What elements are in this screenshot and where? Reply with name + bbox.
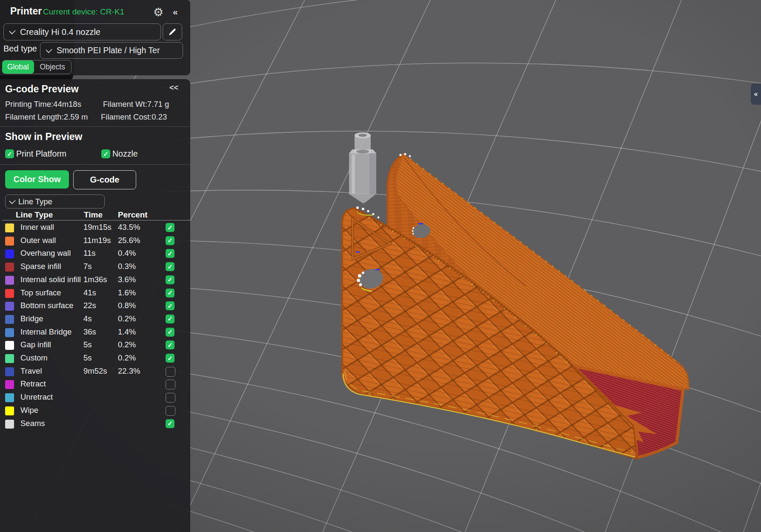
checkbox-checked-icon[interactable]: ✓	[166, 236, 175, 245]
line-type-label: Sparse infill	[20, 262, 61, 271]
filament-wt-stat: Filament Wt:7.71 g	[103, 100, 169, 109]
nozzle-indicator	[349, 132, 376, 205]
line-type-time: 22s	[83, 301, 96, 310]
line-color-swatch	[5, 341, 14, 350]
nozzle-checkbox-row[interactable]: ✓ Nozzle	[101, 149, 138, 159]
tab-objects[interactable]: Objects	[34, 63, 71, 72]
line-color-swatch	[5, 354, 14, 363]
line-type-label: Wipe	[20, 406, 38, 415]
printed-object-preview[interactable]	[342, 153, 689, 459]
line-type-row: Outer wall 11m19s 25.6% ✓	[0, 235, 190, 248]
printing-time-stat: Printing Time:44m18s	[5, 100, 81, 109]
bed-type-label: Bed type	[3, 44, 37, 54]
line-type-label: Bottom surface	[20, 301, 73, 310]
line-type-percent: 43.5%	[118, 223, 140, 232]
bed-type-select[interactable]: Smooth PEI Plate / High Ter	[40, 42, 183, 59]
line-type-percent: 0.4%	[118, 249, 136, 258]
color-show-button[interactable]: Color Show	[5, 170, 69, 189]
checkbox-unchecked-icon[interactable]	[166, 406, 175, 416]
line-type-time: 1m36s	[83, 275, 107, 284]
line-type-label: Bridge	[20, 314, 43, 323]
line-color-swatch	[5, 406, 14, 415]
line-color-swatch	[5, 367, 14, 376]
printer-title: Printer	[10, 6, 42, 17]
line-type-time: 19m15s	[83, 223, 112, 232]
line-type-label: Inner wall	[20, 223, 54, 232]
line-type-time: 5s	[83, 353, 92, 363]
line-type-row: Wipe	[0, 404, 190, 418]
line-type-label: Internal solid infill	[20, 275, 81, 284]
line-type-row: Travel 9m52s 22.3%	[0, 365, 190, 378]
creality-print-app: Printer Current device: CR-K1 ⚙ « Creali…	[0, 0, 761, 532]
line-type-time: 41s	[83, 288, 96, 297]
line-color-swatch	[5, 223, 14, 232]
checkbox-checked-icon[interactable]: ✓	[166, 301, 175, 310]
checkbox-unchecked-icon[interactable]	[166, 380, 175, 389]
line-type-percent: 0.2%	[118, 353, 136, 363]
checkbox-checked-icon[interactable]: ✓	[166, 315, 175, 323]
checkbox-checked-icon[interactable]: ✓	[166, 419, 175, 428]
line-type-time: 4s	[83, 314, 92, 323]
line-color-swatch	[5, 263, 14, 272]
gcode-button[interactable]: G-code	[73, 170, 136, 189]
filament-cost-stat: Filament Cost:0.23	[101, 112, 167, 122]
print-platform-checkbox-row[interactable]: ✓ Print Platform	[5, 149, 66, 159]
checkbox-checked-icon[interactable]: ✓	[101, 149, 110, 158]
filament-length-stat: Filament Length:2.59 m	[5, 112, 88, 122]
line-type-row: Custom 5s 0.2% ✓	[0, 352, 190, 365]
col-header-time: Time	[84, 210, 103, 220]
gcode-preview-title: G-code Preview	[5, 83, 79, 95]
divider	[0, 126, 190, 127]
checkbox-checked-icon[interactable]: ✓	[166, 340, 175, 349]
line-type-percent: 25.6%	[118, 236, 140, 245]
nozzle-select[interactable]: Creality Hi 0.4 nozzle	[3, 23, 161, 40]
show-in-preview-title: Show in Preview	[5, 131, 83, 143]
line-type-label: Unretract	[20, 392, 53, 402]
checkbox-checked-icon[interactable]: ✓	[166, 289, 175, 297]
tab-global[interactable]: Global	[2, 60, 34, 74]
edit-printer-button[interactable]	[163, 23, 182, 40]
line-type-row: Retract	[0, 378, 190, 391]
line-type-label: Overhang wall	[20, 249, 71, 258]
line-type-row: Sparse infill 7s 0.3% ✓	[0, 260, 190, 274]
line-type-percent: 0.8%	[118, 301, 136, 310]
col-header-line-type: Line Type	[16, 210, 53, 220]
line-type-label: Gap infill	[20, 340, 51, 349]
gcode-collapse-icon[interactable]: <<	[169, 83, 178, 92]
pencil-icon	[168, 27, 177, 37]
line-type-row: Internal Bridge 36s 1.4% ✓	[0, 326, 190, 339]
line-type-time: 9m52s	[83, 366, 107, 376]
line-type-select[interactable]: Line Type	[5, 194, 105, 209]
line-type-label: Retract	[20, 379, 46, 389]
checkbox-checked-icon[interactable]: ✓	[5, 149, 14, 158]
line-type-row: Inner wall 19m15s 43.5% ✓	[0, 221, 190, 235]
line-type-row: Unretract	[0, 391, 190, 404]
line-color-swatch	[5, 393, 14, 402]
checkbox-checked-icon[interactable]: ✓	[166, 354, 175, 363]
checkbox-checked-icon[interactable]: ✓	[166, 223, 175, 232]
line-type-row: Overhang wall 11s 0.4% ✓	[0, 247, 190, 260]
checkbox-checked-icon[interactable]: ✓	[166, 262, 175, 271]
line-type-time: 11m19s	[83, 236, 111, 245]
col-header-percent: Percent	[118, 210, 148, 220]
chevron-down-icon	[9, 28, 15, 34]
panel-collapse-icon[interactable]: «	[173, 7, 178, 17]
gear-icon[interactable]: ⚙	[153, 6, 163, 19]
checkbox-unchecked-icon[interactable]	[166, 393, 175, 403]
line-color-swatch	[5, 302, 14, 311]
line-type-time: 36s	[83, 327, 96, 337]
checkbox-checked-icon[interactable]: ✓	[166, 275, 175, 284]
line-color-swatch	[5, 249, 14, 258]
line-type-label: Travel	[20, 366, 42, 376]
checkbox-checked-icon[interactable]: ✓	[166, 328, 175, 337]
line-type-percent: 0.2%	[118, 314, 136, 323]
line-type-label: Outer wall	[20, 236, 56, 245]
checkbox-unchecked-icon[interactable]	[166, 367, 175, 377]
line-type-row: Bridge 4s 0.2% ✓	[0, 313, 190, 326]
line-type-label: Seams	[20, 419, 45, 428]
gcode-preview-panel: G-code Preview << Printing Time:44m18s F…	[0, 79, 190, 532]
right-edge-collapsed-panel-tab[interactable]: «	[751, 83, 761, 105]
line-type-percent: 1.4%	[118, 327, 136, 337]
checkbox-checked-icon[interactable]: ✓	[166, 249, 175, 258]
divider	[0, 164, 190, 165]
